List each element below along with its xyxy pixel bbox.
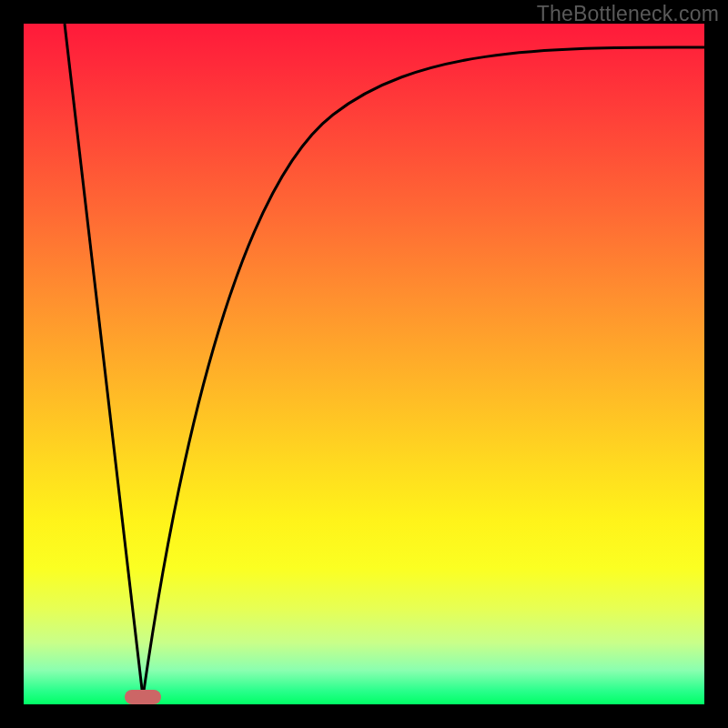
bottleneck-curve (24, 24, 704, 704)
curve-left-branch (65, 24, 143, 697)
curve-right-branch (143, 47, 704, 697)
plot-area (24, 24, 704, 704)
optimal-marker (125, 690, 161, 704)
watermark-text: TheBottleneck.com (537, 2, 719, 26)
